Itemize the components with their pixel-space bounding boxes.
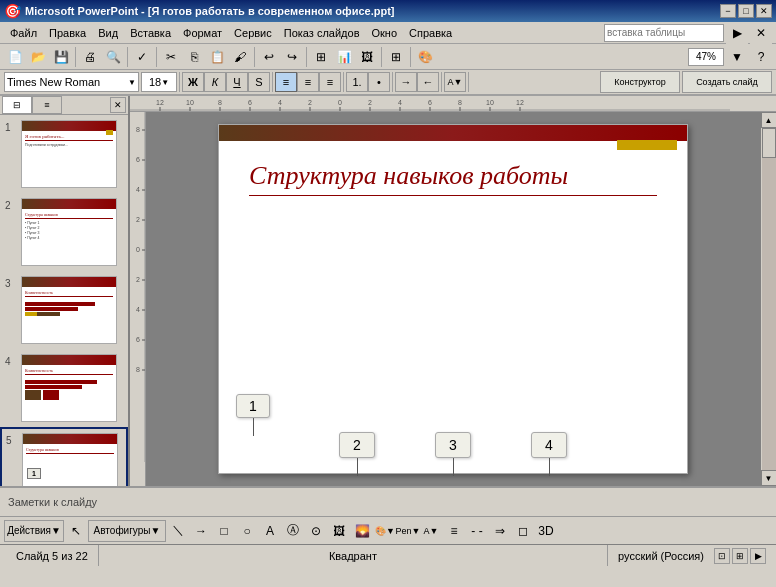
redo-button[interactable]: ↪ [281,46,303,68]
increase-indent-button[interactable]: → [395,72,417,92]
scroll-down-button[interactable]: ▼ [761,470,777,486]
menu-insert[interactable]: Вставка [124,25,177,41]
line-style-button[interactable]: ≡ [443,520,465,542]
slide-thumb-5[interactable]: 5 Структура навыков 1 [0,427,128,486]
font-size-box[interactable]: 18 ▼ [141,72,177,92]
menu-slideshow[interactable]: Показ слайдов [278,25,366,41]
line-color-button[interactable]: Pen▼ [397,520,419,542]
cut-button[interactable]: ✂ [160,46,182,68]
font-name-dropdown[interactable]: ▼ [128,78,136,87]
notes-area[interactable]: Заметки к слайду [0,486,776,516]
slide-preview-2: Структура навыков • Пункт 1• Пункт 2• Пу… [21,198,117,266]
svg-text:6: 6 [136,156,140,163]
print-button[interactable]: 🖨 [79,46,101,68]
tab-thumbnails[interactable]: ⊟ [2,96,32,114]
font-color-button[interactable]: A▼ [444,72,466,92]
format-painter[interactable]: 🖌 [229,46,251,68]
textbox-button[interactable]: A [259,520,281,542]
vertical-scrollbar[interactable]: ▲ ▼ [760,112,776,486]
zoom-input[interactable] [688,48,724,66]
copy-button[interactable]: ⎘ [183,46,205,68]
preview-button[interactable]: 🔍 [102,46,124,68]
svg-text:6: 6 [428,99,432,106]
decrease-indent-button[interactable]: ← [417,72,439,92]
oval-button[interactable]: ○ [236,520,258,542]
scroll-up-button[interactable]: ▲ [761,112,777,128]
diagram-button[interactable]: ⊙ [305,520,327,542]
new-slide-button[interactable]: Создать слайд [682,71,772,93]
tab-outline[interactable]: ≡ [32,96,62,114]
italic-button[interactable]: К [204,72,226,92]
menu-view[interactable]: Вид [92,25,124,41]
fill-color-button[interactable]: 🎨▼ [374,520,396,542]
menu-format[interactable]: Формат [177,25,228,41]
svg-text:4: 4 [278,99,282,106]
slideshow-btn[interactable]: ▶ [750,548,766,564]
scroll-thumb[interactable] [762,128,776,158]
design-button[interactable]: 🎨 [414,46,436,68]
autoshapes-dropdown[interactable]: Автофигуры▼ [88,520,166,542]
slide-thumb-3[interactable]: 3 Компетентность [0,271,128,349]
new-button[interactable]: 📄 [4,46,26,68]
arrow-button[interactable]: → [190,520,212,542]
menu-edit[interactable]: Правка [43,25,92,41]
menu-window[interactable]: Окно [366,25,404,41]
image-button[interactable]: 🌄 [351,520,373,542]
close-search-icon[interactable]: ✕ [750,22,772,44]
open-button[interactable]: 📂 [27,46,49,68]
insert-image-button[interactable]: 🖼 [356,46,378,68]
slide-thumb-2[interactable]: 2 Структура навыков • Пункт 1• Пункт 2• … [0,193,128,271]
panel-close-button[interactable]: ✕ [110,97,126,113]
close-button[interactable]: ✕ [756,4,772,18]
slide-canvas[interactable]: Структура навыков работы [218,124,688,474]
dash-style-button[interactable]: - - [466,520,488,542]
search-input[interactable] [604,24,724,42]
svg-text:8: 8 [218,99,222,106]
slide-thumb-4[interactable]: 4 Компетентность [0,349,128,427]
align-center-button[interactable]: ≡ [297,72,319,92]
actions-dropdown[interactable]: Действия▼ [4,520,64,542]
3d-button[interactable]: 3D [535,520,557,542]
insert-chart-button[interactable]: 📊 [333,46,355,68]
menu-help[interactable]: Справка [403,25,458,41]
help-icon[interactable]: ? [750,46,772,68]
slide-design-button[interactable]: Конструктор [600,71,680,93]
shadow-btn2[interactable]: ◻ [512,520,534,542]
normal-view-btn[interactable]: ⊡ [714,548,730,564]
menu-service[interactable]: Сервис [228,25,278,41]
align-right-button[interactable]: ≡ [319,72,341,92]
font-name-box[interactable]: Times New Roman ▼ [4,72,139,92]
expand-button[interactable]: ⊞ [385,46,407,68]
rect-button[interactable]: □ [213,520,235,542]
slide-sorter-btn[interactable]: ⊞ [732,548,748,564]
save-button[interactable]: 💾 [50,46,72,68]
clipart-button[interactable]: 🖼 [328,520,350,542]
menu-bar: Файл Правка Вид Вставка Формат Сервис По… [0,22,776,44]
slide-num-1: 1 [5,122,19,133]
menu-file[interactable]: Файл [4,25,43,41]
slide-thumb-1[interactable]: 1 Я готов работать... Подготовили сотруд… [0,115,128,193]
arrow-style-button[interactable]: ⇒ [489,520,511,542]
numbering-button[interactable]: 1. [346,72,368,92]
shadow-button[interactable]: S [248,72,270,92]
line-button[interactable]: ＼ [167,520,189,542]
underline-button[interactable]: Ч [226,72,248,92]
font-size-dropdown[interactable]: ▼ [161,78,169,87]
maximize-button[interactable]: □ [738,4,754,18]
font-color-btn2[interactable]: A▼ [420,520,442,542]
cursor-button[interactable]: ↖ [65,520,87,542]
bullets-button[interactable]: • [368,72,390,92]
paste-button[interactable]: 📋 [206,46,228,68]
scroll-track[interactable] [762,128,776,470]
search-button[interactable]: ▶ [726,22,748,44]
undo-button[interactable]: ↩ [258,46,280,68]
minimize-button[interactable]: − [720,4,736,18]
insert-table-button[interactable]: ⊞ [310,46,332,68]
align-left-button[interactable]: ≡ [275,72,297,92]
slide-preview-4: Компетентность [21,354,117,422]
zoom-dropdown[interactable]: ▼ [726,46,748,68]
callout-4: 4 [531,432,567,476]
wordart-button[interactable]: Ⓐ [282,520,304,542]
spell-button[interactable]: ✓ [131,46,153,68]
bold-button[interactable]: Ж [182,72,204,92]
